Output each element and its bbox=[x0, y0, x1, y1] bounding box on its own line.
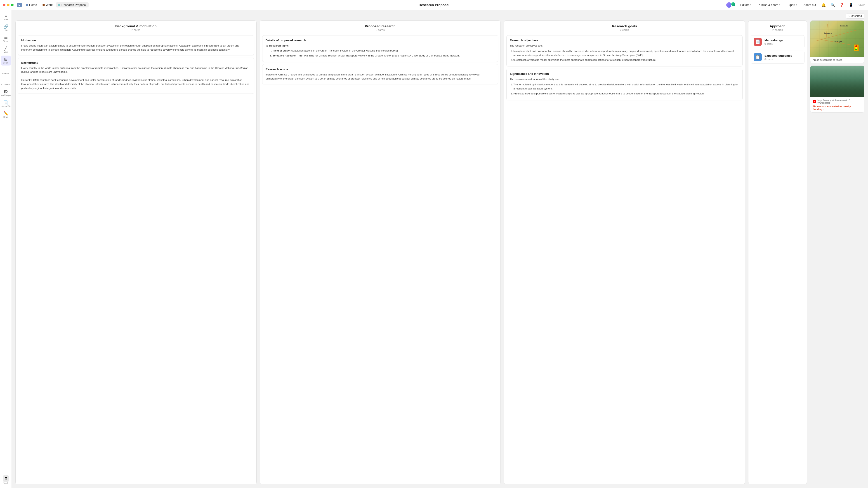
objectives-intro: The research objectives are: bbox=[510, 44, 739, 48]
significance-item-1: The formulated optimization model that t… bbox=[513, 83, 739, 91]
sidebar-item-board[interactable]: ⊞ Board bbox=[1, 56, 11, 66]
expected-board[interactable]: 📋 Expected outcomes 0 cards bbox=[751, 51, 804, 64]
objective-item-1: to explore what and how adaption actions… bbox=[513, 49, 739, 57]
search-icon[interactable]: 🔍 bbox=[830, 2, 836, 8]
sidebar-item-trash[interactable]: 🗑 Trash bbox=[1, 475, 11, 485]
expected-icon: 📋 bbox=[754, 53, 762, 61]
sidebar-item-column[interactable]: ⋮⋮ Column bbox=[1, 66, 11, 76]
help-icon[interactable]: ❓ bbox=[839, 2, 845, 8]
tentative-title-item: Tentative Research Title: Planning for C… bbox=[273, 54, 495, 58]
unsorted-button[interactable]: 0 Unsorted bbox=[846, 13, 864, 19]
sidebar-item-uploadfile[interactable]: 📄 Upload file bbox=[1, 99, 11, 109]
expected-info: Expected outcomes 0 cards bbox=[765, 54, 802, 61]
maximize-button[interactable] bbox=[11, 4, 13, 6]
comment-icon: ··· bbox=[4, 79, 7, 83]
scope-card: Research scope Impacts of Climate Change… bbox=[262, 64, 498, 84]
sidebar-item-draw[interactable]: ✏️ Draw bbox=[1, 110, 11, 120]
proposed-subtitle: 2 cards bbox=[264, 29, 497, 32]
sidebar-item-todo[interactable]: ☰ To-do bbox=[1, 34, 11, 44]
trash-label: Trash bbox=[3, 482, 8, 484]
video-url[interactable]: https://www.youtube.com/watch?v=wiebossH bbox=[817, 99, 862, 104]
sidebar-item-comment[interactable]: ··· Comment bbox=[1, 77, 11, 87]
publish-button[interactable]: Publish & share ▾ bbox=[756, 2, 782, 7]
line-label: Line bbox=[4, 51, 8, 53]
media-column: Bayreuth Bamberg Erlangen Areas suscepti… bbox=[810, 20, 864, 484]
background-body: Motivation I have strong interest in exp… bbox=[16, 33, 256, 484]
approach-subtitle: 2 boards bbox=[752, 29, 803, 32]
background-title: Background & motivation bbox=[19, 24, 253, 28]
export-button[interactable]: Export ▾ bbox=[785, 2, 799, 7]
background-text2: Currently, GMS countries seek economic d… bbox=[21, 78, 251, 90]
objectives-card: Research objectives The research objecti… bbox=[506, 35, 743, 66]
note-label: Note bbox=[4, 18, 8, 21]
sidebar-item-addimage[interactable]: 🖼 Add image bbox=[1, 88, 11, 98]
objective-item-2: to establish a versatile model optimizin… bbox=[513, 58, 739, 62]
motivation-card: Motivation I have strong interest in exp… bbox=[18, 35, 254, 55]
export-label: Export bbox=[786, 3, 795, 6]
sidebar-item-note[interactable]: ≡ Note bbox=[1, 12, 11, 22]
map-grid-overlay bbox=[810, 21, 864, 57]
editors-button[interactable]: Editors ▾ bbox=[739, 2, 753, 7]
tab-dot-home bbox=[26, 4, 28, 6]
note-icon: ≡ bbox=[4, 14, 7, 18]
approach-title: Approach bbox=[752, 24, 803, 28]
tl-red bbox=[855, 45, 857, 47]
research-topic-label: Research topic: bbox=[269, 44, 289, 47]
background-text1: Every country in the world is now suffer… bbox=[21, 66, 251, 74]
tab-home[interactable]: Home bbox=[24, 2, 39, 7]
tab-research-label: Research Proposal bbox=[61, 3, 87, 6]
tab-research[interactable]: Research Proposal bbox=[56, 2, 89, 7]
tl-yellow bbox=[855, 47, 857, 48]
minimize-button[interactable] bbox=[7, 4, 9, 6]
map-caption: Areas susceptible to floods bbox=[810, 57, 864, 63]
link-label: Link bbox=[4, 29, 8, 31]
scope-text: Impacts of Climate Change and challenges… bbox=[266, 73, 495, 81]
map-image: Bayreuth Bamberg Erlangen bbox=[810, 21, 864, 57]
zoom-button[interactable]: Zoom out bbox=[802, 2, 818, 7]
significance-intro: The innovation and merits of this study … bbox=[510, 77, 739, 81]
notification-icon[interactable]: 🔔 bbox=[820, 2, 827, 8]
proposed-header: Proposed research 2 cards bbox=[260, 21, 501, 33]
editors-label: Editors bbox=[740, 3, 749, 6]
draw-icon: ✏️ bbox=[3, 111, 8, 116]
approach-body: 📄 Methodology 0 cards 📋 Expected outcome… bbox=[748, 33, 807, 484]
tab-dot-rp bbox=[58, 4, 60, 6]
goals-column: Research goals 2 cards Research objectiv… bbox=[504, 20, 745, 484]
expected-board-sub: 0 cards bbox=[765, 58, 802, 61]
zoom-label: Zoom out bbox=[804, 3, 816, 6]
proposed-column: Proposed research 2 cards Details of pro… bbox=[260, 20, 501, 484]
line-icon: ╱ bbox=[4, 46, 7, 51]
video-card: ▶ https://www.youtube.com/watch?v=wiebos… bbox=[810, 66, 864, 112]
methodology-board[interactable]: 📄 Methodology 0 cards bbox=[751, 35, 804, 48]
expected-board-title: Expected outcomes bbox=[765, 54, 802, 57]
addimage-icon: 🖼 bbox=[4, 90, 8, 94]
background-subtitle: 2 cards bbox=[19, 29, 253, 32]
content-area: 0 Unsorted Background & motivation 2 car… bbox=[12, 10, 868, 488]
app-icon: M bbox=[17, 3, 22, 7]
traffic-light bbox=[854, 44, 859, 51]
sidebar-item-line[interactable]: ╱ Line bbox=[1, 45, 11, 55]
methodology-info: Methodology 0 cards bbox=[765, 39, 802, 45]
close-button[interactable] bbox=[3, 4, 5, 6]
sidebar-item-link[interactable]: 🔗 Link bbox=[1, 23, 11, 33]
unsorted-badge: 0 Unsorted bbox=[16, 13, 864, 19]
saved-label: Saved bbox=[858, 3, 865, 6]
background-card: Background Every country in the world is… bbox=[18, 58, 254, 94]
phone-icon[interactable]: 📱 bbox=[848, 2, 854, 8]
avatar-secondary bbox=[731, 2, 736, 7]
approach-column: Approach 2 boards 📄 Methodology 0 cards … bbox=[748, 20, 807, 484]
board-columns: Background & motivation 2 cards Motivati… bbox=[16, 20, 864, 484]
background-column: Background & motivation 2 cards Motivati… bbox=[16, 20, 256, 484]
details-card: Details of proposed research Research to… bbox=[262, 35, 498, 62]
tab-dot-work bbox=[42, 4, 45, 6]
tab-work[interactable]: Work bbox=[40, 2, 55, 7]
video-thumbnail[interactable]: ▶ bbox=[810, 66, 864, 97]
goals-title: Research goals bbox=[508, 24, 741, 28]
publish-label: Publish & share bbox=[758, 3, 778, 6]
proposed-body: Details of proposed research Research to… bbox=[260, 33, 501, 484]
sidebar: ≡ Note 🔗 Link ☰ To-do ╱ Line ⊞ Board ⋮⋮ … bbox=[0, 10, 12, 488]
video-meta: https://www.youtube.com/watch?v=wiebossH… bbox=[810, 97, 864, 112]
map-label-erlangen: Erlangen bbox=[835, 40, 842, 42]
video-title[interactable]: Thousands evacuated as deadly flooding..… bbox=[813, 105, 862, 110]
background-card-title: Background bbox=[21, 61, 251, 64]
